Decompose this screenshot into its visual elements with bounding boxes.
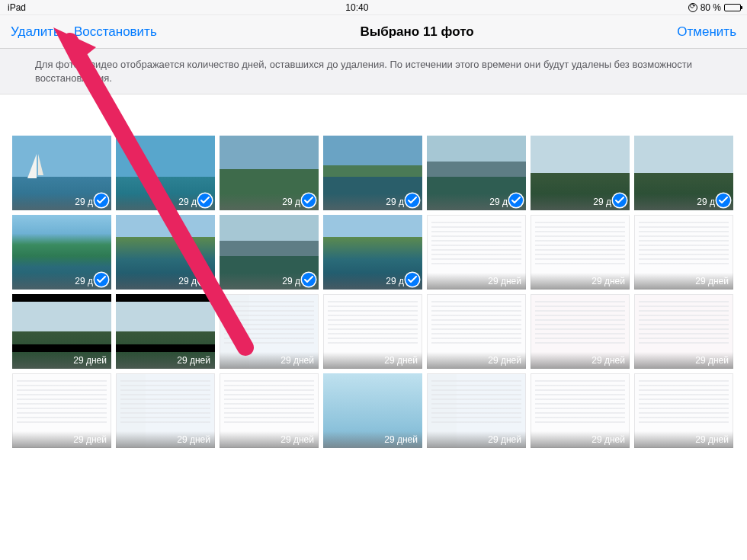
delete-button[interactable]: Удалить	[11, 24, 60, 40]
photo-thumbnail[interactable]: 29 дней	[427, 373, 526, 448]
photo-thumbnail[interactable]: 29 дней	[323, 294, 422, 369]
photo-thumbnail[interactable]: 29 дней	[531, 215, 630, 290]
photo-thumbnail[interactable]: 29 дней	[427, 215, 526, 290]
photo-thumbnail[interactable]: 29 дней	[427, 294, 526, 369]
days-remaining: 29 дней	[634, 273, 733, 290]
selection-checkmark-icon	[613, 194, 627, 207]
selection-checkmark-icon	[406, 194, 419, 207]
info-banner: Для фото и видео отображается количество…	[0, 49, 747, 94]
page-title: Выбрано 11 фото	[157, 24, 678, 40]
battery-pct: 80 %	[701, 2, 721, 13]
battery-icon	[724, 4, 741, 11]
days-remaining: 29 дней	[427, 431, 526, 448]
days-remaining: 29 дней	[531, 273, 630, 290]
nav-bar: Удалить Восстановить Выбрано 11 фото Отм…	[0, 15, 747, 49]
device-name: iPad	[6, 2, 26, 13]
days-remaining: 29 дней	[634, 431, 733, 448]
photo-thumbnail[interactable]: 29 д	[12, 215, 111, 290]
photo-thumbnail[interactable]: 29 д	[427, 136, 526, 210]
photo-thumbnail[interactable]: 29 д	[531, 136, 630, 210]
photo-grid: 29 д29 д29 д29 д29 д29 д29 д29 д29 д29 д…	[0, 94, 747, 448]
days-remaining: 29 дней	[12, 352, 111, 369]
photo-thumbnail[interactable]: 29 дней	[634, 294, 733, 369]
days-remaining: 29 дней	[116, 352, 215, 369]
rotation-lock-icon	[688, 3, 697, 12]
photo-thumbnail[interactable]: 29 дней	[323, 373, 422, 448]
photo-thumbnail[interactable]: 29 д	[220, 136, 319, 210]
selection-checkmark-icon	[95, 273, 108, 286]
days-remaining: 29 дней	[323, 352, 422, 369]
status-bar: iPad 10:40 80 %	[0, 0, 747, 15]
photo-thumbnail[interactable]: 29 дней	[116, 373, 215, 448]
photo-thumbnail[interactable]: 29 дней	[12, 294, 111, 369]
photo-thumbnail[interactable]: 29 д	[323, 136, 422, 210]
selection-checkmark-icon	[198, 273, 212, 286]
photo-thumbnail[interactable]: 29 дней	[220, 373, 319, 448]
days-remaining: 29 дней	[427, 352, 526, 369]
photo-thumbnail[interactable]: 29 дней	[634, 215, 733, 290]
days-remaining: 29 дней	[634, 352, 733, 369]
photo-thumbnail[interactable]: 29 д	[12, 136, 111, 210]
photo-thumbnail[interactable]: 29 д	[634, 136, 733, 210]
photo-thumbnail[interactable]: 29 д	[116, 215, 215, 290]
days-remaining: 29 дней	[220, 352, 319, 369]
days-remaining: 29 дней	[220, 431, 319, 448]
days-remaining: 29 дней	[531, 431, 630, 448]
days-remaining: 29 дней	[323, 431, 422, 448]
photo-thumbnail[interactable]: 29 дней	[531, 294, 630, 369]
clock: 10:40	[26, 2, 688, 13]
days-remaining: 29 дней	[531, 352, 630, 369]
photo-thumbnail[interactable]: 29 д	[116, 136, 215, 210]
photo-thumbnail[interactable]: 29 дней	[634, 373, 733, 448]
days-remaining: 29 дней	[12, 431, 111, 448]
days-remaining: 29 дней	[427, 273, 526, 290]
photo-thumbnail[interactable]: 29 дней	[220, 294, 319, 369]
photo-thumbnail[interactable]: 29 д	[323, 215, 422, 290]
photo-thumbnail[interactable]: 29 д	[220, 215, 319, 290]
photo-thumbnail[interactable]: 29 дней	[531, 373, 630, 448]
photo-thumbnail[interactable]: 29 дней	[116, 294, 215, 369]
selection-checkmark-icon	[406, 273, 419, 286]
selection-checkmark-icon	[717, 194, 730, 207]
status-right: 80 %	[688, 2, 741, 13]
selection-checkmark-icon	[198, 194, 212, 207]
selection-checkmark-icon	[95, 194, 108, 207]
cancel-button[interactable]: Отменить	[677, 24, 736, 40]
selection-checkmark-icon	[509, 194, 523, 207]
days-remaining: 29 дней	[116, 431, 215, 448]
selection-checkmark-icon	[302, 194, 316, 207]
selection-checkmark-icon	[302, 273, 316, 286]
recover-button[interactable]: Восстановить	[74, 24, 157, 40]
photo-thumbnail[interactable]: 29 дней	[12, 373, 111, 448]
